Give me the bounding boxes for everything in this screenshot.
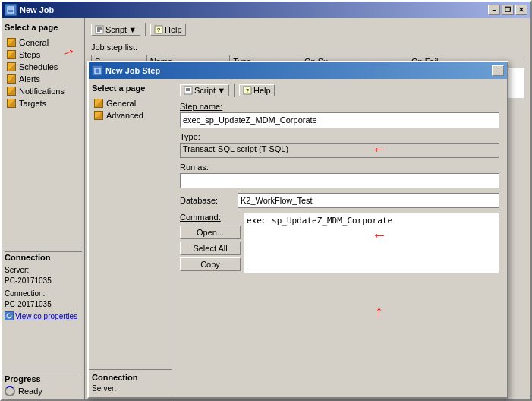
sidebar-item-general[interactable]: General (5, 36, 81, 49)
main-title-bar: New Job – ❐ ✕ (2, 2, 530, 18)
run-as-group: Run as: (180, 163, 499, 188)
svg-text:?: ? (157, 27, 161, 33)
progress-spinner (5, 386, 15, 396)
window-icon (5, 4, 17, 16)
sidebar-item-schedules[interactable]: Schedules (5, 61, 81, 73)
dialog-content: Select a page General Advanced Connectio… (89, 79, 507, 397)
link-icon (5, 311, 14, 320)
general-icon (6, 37, 17, 48)
dialog-title-controls: – (492, 65, 504, 76)
progress-status: Ready (18, 387, 42, 396)
title-bar-controls: – ❐ ✕ (488, 5, 527, 15)
dialog-sidebar-general-label: General (106, 99, 136, 108)
dialog-help-label: Help (253, 86, 271, 95)
run-as-input[interactable] (180, 173, 499, 188)
dialog-advanced-icon (93, 110, 104, 121)
database-input[interactable] (238, 193, 499, 208)
connection-heading: Connection (5, 251, 82, 263)
toolbar-separator (145, 23, 146, 36)
restore-button[interactable]: ❐ (502, 5, 514, 15)
sidebar-item-schedules-label: Schedules (19, 62, 58, 71)
main-window-title: New Job (20, 5, 54, 14)
svg-rect-0 (8, 7, 14, 13)
dialog-toolbar: Script ▼ ? Help (180, 84, 499, 97)
help-icon: ? (154, 25, 163, 34)
dialog-script-icon (184, 86, 193, 95)
run-as-label: Run as: (180, 163, 499, 172)
connection-value: PC-20171035 (5, 300, 52, 308)
command-area: Command: Open... Select All Copy (180, 213, 499, 273)
script-dropdown-arrow[interactable]: ▼ (128, 25, 137, 34)
type-value: Transact-SQL script (T-SQL) (180, 143, 499, 158)
progress-heading: Progress (5, 374, 82, 384)
close-button[interactable]: ✕ (515, 5, 527, 15)
dialog-help-button[interactable]: ? Help (239, 84, 275, 96)
server-label: Server: PC-20171035 (5, 265, 82, 286)
dialog-sidebar-advanced-label: Advanced (106, 111, 143, 120)
script-button[interactable]: Script ▼ (91, 24, 140, 36)
sidebar-item-targets-label: Targets (19, 99, 46, 108)
dialog-connection-heading: Connection (92, 373, 169, 382)
command-left-panel: Command: Open... Select All Copy (180, 213, 241, 273)
dialog-sidebar-heading: Select a page (92, 84, 168, 93)
minimize-button[interactable]: – (488, 5, 500, 15)
dialog-server-label: Server: (92, 384, 169, 394)
sidebar-item-steps[interactable]: Steps (5, 49, 81, 61)
svg-text:?: ? (246, 87, 250, 94)
main-sidebar: Select a page General Steps Schedules (2, 18, 85, 399)
command-label: Command: (180, 213, 241, 222)
sidebar-item-notifications-label: Notifications (19, 87, 65, 96)
sidebar-item-steps-label: Steps (19, 50, 40, 59)
sidebar-item-targets[interactable]: Targets (5, 97, 81, 109)
dialog-script-button[interactable]: Script ▼ (180, 84, 229, 96)
connection-label: Connection: PC-20171035 (5, 289, 82, 310)
copy-button[interactable]: Copy (180, 257, 241, 271)
svg-point-2 (7, 314, 11, 318)
type-label: Type: (180, 132, 499, 141)
view-properties-link[interactable]: View co properties (15, 312, 77, 320)
title-bar-left: New Job (5, 4, 54, 16)
help-label: Help (165, 25, 182, 34)
server-value: PC-20171035 (5, 276, 52, 285)
step-name-label: Step name: (180, 102, 499, 111)
database-group: Database: (180, 193, 499, 208)
select-all-button[interactable]: Select All (180, 242, 241, 255)
svg-rect-9 (95, 68, 100, 74)
dialog-title: New Job Step (105, 66, 160, 75)
dialog-general-icon (93, 98, 104, 109)
dialog-sidebar-item-advanced[interactable]: Advanced (92, 109, 168, 122)
sidebar-item-general-label: General (19, 38, 49, 47)
dialog-script-arrow[interactable]: ▼ (217, 86, 225, 95)
dialog-title-bar: New Job Step – (89, 62, 507, 79)
targets-icon (6, 98, 17, 109)
new-job-step-dialog: New Job Step – Select a page General Adv… (87, 61, 508, 399)
sidebar-item-notifications[interactable]: Notifications (5, 85, 81, 97)
sidebar-item-alerts[interactable]: Alerts (5, 73, 81, 85)
command-textarea[interactable] (244, 213, 499, 273)
alerts-icon (6, 74, 17, 84)
dialog-window-icon (92, 65, 102, 76)
main-toolbar: Script ▼ ? Help (91, 23, 524, 36)
help-button[interactable]: ? Help (150, 24, 186, 36)
step-name-input[interactable] (180, 112, 499, 128)
job-step-list-label: Job step list: (91, 43, 524, 52)
dialog-sidebar-item-general[interactable]: General (92, 97, 168, 109)
dialog-right-content: Script ▼ ? Help Step name: T (172, 79, 507, 397)
dialog-help-icon: ? (243, 86, 252, 95)
dialog-title-left: New Job Step (92, 65, 160, 76)
dialog-sidebar: Select a page General Advanced Connectio… (89, 79, 172, 397)
schedules-icon (6, 62, 17, 72)
dialog-script-label: Script (194, 86, 216, 95)
script-icon (95, 25, 104, 34)
script-label: Script (105, 25, 127, 34)
open-button[interactable]: Open... (180, 226, 241, 239)
steps-icon (6, 49, 17, 60)
database-label: Database: (180, 196, 233, 205)
type-group: Type: Transact-SQL script (T-SQL) (180, 132, 499, 158)
dialog-minimize-button[interactable]: – (492, 65, 504, 76)
sidebar-heading: Select a page (5, 23, 81, 32)
dialog-toolbar-sep (234, 84, 235, 97)
step-name-group: Step name: (180, 102, 499, 128)
sidebar-item-alerts-label: Alerts (19, 74, 40, 84)
notifications-icon (6, 86, 17, 96)
